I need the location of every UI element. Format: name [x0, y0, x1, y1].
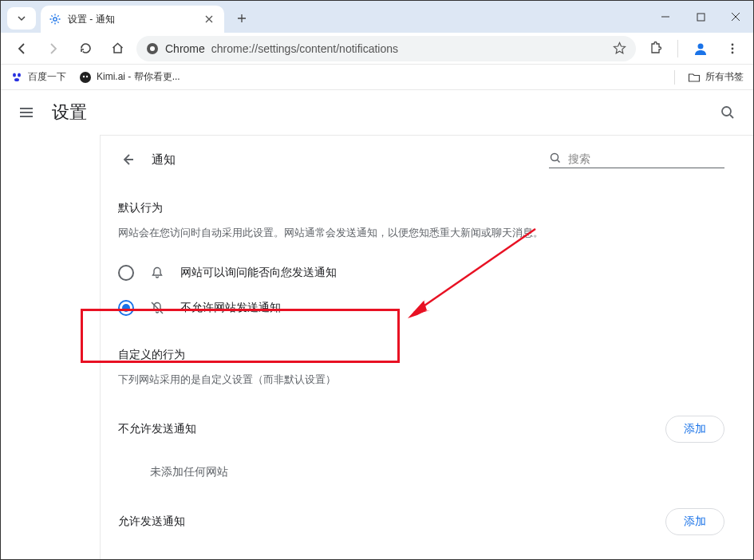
maximize-icon	[697, 13, 705, 22]
close-window-button[interactable]	[718, 1, 753, 33]
minimize-icon	[661, 12, 670, 22]
custom-behavior-desc: 下列网站采用的是自定义设置（而非默认设置）	[118, 372, 724, 388]
arrow-left-icon	[120, 152, 136, 168]
panel-back-button[interactable]	[118, 150, 137, 169]
allowed-section-row: 允许发送通知 添加	[118, 494, 724, 550]
dots-vertical-icon	[726, 42, 739, 55]
svg-point-14	[722, 107, 731, 116]
close-icon	[731, 12, 740, 22]
radio-label-ask: 网站可以询问能否向您发送通知	[180, 266, 337, 280]
svg-point-6	[732, 47, 734, 49]
bookmark-label: Kimi.ai - 帮你看更...	[97, 70, 180, 84]
chrome-logo-icon	[146, 42, 159, 55]
baidu-icon	[10, 71, 23, 84]
browser-window: 设置 - 通知 Chrome chrome://settings/content…	[0, 0, 754, 560]
arrow-right-icon	[46, 41, 61, 56]
bookmark-kimi[interactable]: Kimi.ai - 帮你看更...	[79, 70, 180, 84]
titlebar: 设置 - 通知	[1, 1, 753, 33]
radio-option-block[interactable]: 不允许网站发送通知	[118, 290, 724, 325]
window-controls	[648, 1, 753, 33]
kimi-icon	[79, 71, 92, 84]
folder-icon	[688, 71, 701, 84]
page-title: 设置	[52, 101, 87, 124]
forward-button	[41, 36, 66, 61]
minimize-button[interactable]	[648, 1, 683, 33]
default-behavior-title: 默认行为	[118, 201, 724, 215]
new-tab-button[interactable]	[231, 7, 253, 30]
home-icon	[111, 41, 124, 55]
puzzle-icon	[649, 41, 662, 55]
radio-button-checked[interactable]	[118, 300, 134, 316]
all-bookmarks-button[interactable]: 所有书签	[688, 70, 744, 84]
search-icon	[720, 105, 736, 120]
bookmark-baidu[interactable]: 百度一下	[10, 70, 66, 84]
plus-icon	[236, 13, 247, 24]
panel-title: 通知	[152, 152, 176, 168]
maximize-button[interactable]	[683, 1, 718, 33]
add-allowed-button[interactable]: 添加	[665, 508, 724, 535]
bell-icon	[150, 266, 164, 280]
settings-header: 设置	[1, 90, 753, 135]
settings-gear-icon	[49, 13, 61, 26]
menu-button[interactable]	[720, 36, 745, 61]
svg-point-11	[80, 72, 91, 83]
chevron-down-icon	[17, 14, 26, 23]
profile-button[interactable]	[688, 36, 713, 61]
svg-point-7	[732, 51, 734, 53]
panel-search[interactable]	[549, 152, 724, 168]
header-search-button[interactable]	[718, 103, 737, 122]
allowed-title: 允许发送通知	[118, 515, 185, 529]
close-icon	[205, 15, 213, 23]
panel-search-input[interactable]	[568, 152, 724, 165]
all-bookmarks-label: 所有书签	[705, 70, 744, 84]
bookmark-star-button[interactable]	[613, 41, 626, 55]
radio-button-unchecked[interactable]	[118, 265, 134, 281]
svg-point-4	[698, 43, 704, 49]
tab-title: 设置 - 通知	[68, 13, 195, 26]
arrow-left-icon	[14, 41, 29, 56]
svg-point-12	[83, 75, 85, 77]
search-icon	[549, 152, 563, 166]
svg-point-0	[53, 18, 57, 21]
custom-behavior-title: 自定义的行为	[118, 348, 724, 362]
addressbar[interactable]: Chrome chrome://settings/content/notific…	[136, 36, 636, 61]
add-blocked-button[interactable]: 添加	[665, 416, 724, 443]
blocked-title: 不允许发送通知	[118, 422, 196, 436]
svg-point-15	[551, 153, 559, 160]
bell-off-icon	[150, 301, 164, 315]
extensions-button[interactable]	[642, 36, 668, 61]
blocked-section-row: 不允许发送通知 添加	[118, 401, 724, 457]
profile-icon	[692, 40, 709, 57]
svg-point-5	[732, 43, 734, 45]
url-prefix: Chrome	[165, 42, 205, 55]
svg-point-9	[18, 73, 21, 77]
bookmark-label: 百度一下	[28, 70, 66, 84]
svg-point-13	[86, 75, 88, 77]
radio-option-ask[interactable]: 网站可以询问能否向您发送通知	[118, 255, 724, 290]
panel-header: 通知	[118, 150, 724, 169]
bookmarks-bar: 百度一下 Kimi.ai - 帮你看更... 所有书签	[1, 65, 753, 90]
default-behavior-desc: 网站会在您访问时自动采用此设置。网站通常会发送通知，以便您知悉重大新闻或聊天消息…	[118, 225, 724, 241]
svg-point-8	[13, 73, 16, 77]
blocked-empty-text: 未添加任何网站	[118, 465, 724, 479]
hamburger-icon	[18, 105, 34, 120]
settings-panel: 通知 默认行为 网站会在您访问时自动采用此设置。网站通常会发送通知，以便您知悉重…	[100, 135, 753, 559]
star-icon	[613, 41, 626, 55]
home-button[interactable]	[105, 36, 130, 61]
radio-label-block: 不允许网站发送通知	[180, 301, 281, 315]
tab-search-button[interactable]	[7, 7, 36, 30]
tab-close-button[interactable]	[202, 12, 216, 26]
reload-button[interactable]	[73, 36, 98, 61]
reload-icon	[79, 41, 93, 55]
svg-rect-1	[697, 14, 705, 21]
back-button[interactable]	[9, 36, 34, 61]
svg-point-3	[150, 46, 155, 51]
svg-point-10	[14, 78, 19, 81]
browser-tab[interactable]: 设置 - 通知	[41, 6, 224, 33]
url-text: chrome://settings/content/notifications	[211, 42, 606, 55]
hamburger-menu-button[interactable]	[17, 103, 36, 122]
content-area: 通知 默认行为 网站会在您访问时自动采用此设置。网站通常会发送通知，以便您知悉重…	[1, 135, 753, 559]
toolbar: Chrome chrome://settings/content/notific…	[1, 33, 753, 65]
